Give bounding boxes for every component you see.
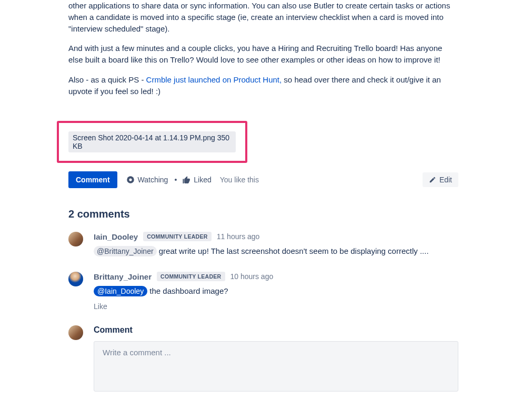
comment-author[interactable]: Brittany_Joiner [94,272,152,281]
avatar[interactable] [68,272,83,286]
eye-icon [126,175,135,184]
comment-body-text: the dashboard image? [147,286,228,295]
watching-toggle[interactable]: Watching [126,175,168,184]
post-paragraph: Also - as a quick PS - Crmble just launc… [68,74,458,97]
liked-label: Liked [194,176,211,184]
comments-count-header: 2 comments [68,208,458,220]
comment-button[interactable]: Comment [68,171,117,188]
comment-body-text: great write up! The last screenshot does… [157,246,429,255]
user-mention[interactable]: @Iain_Dooley [94,286,147,296]
user-mention[interactable]: @Brittany_Joiner [94,246,157,256]
role-badge: COMMUNITY LEADER [143,232,211,241]
avatar[interactable] [68,325,83,340]
attachment-file[interactable]: Screen Shot 2020-04-14 at 1.14.19 PM.png… [68,131,236,152]
role-badge: COMMUNITY LEADER [157,272,225,281]
comment-item: Iain_Dooley COMMUNITY LEADER 11 hours ag… [68,232,458,257]
action-bar: Comment Watching • Liked You like this E… [68,171,458,188]
comment-form-title: Comment [94,325,458,335]
comment-timestamp: 11 hours ago [217,232,260,241]
comment-text: @Iain_Dooley the dashboard image? [94,285,458,297]
comment-form: Comment [68,325,458,393]
separator-dot: • [174,176,177,184]
product-hunt-link[interactable]: Crmble just launched on Product Hunt, [146,75,282,84]
attachment-highlight-box: Screen Shot 2020-04-14 at 1.14.19 PM.png… [57,121,247,163]
like-link[interactable]: Like [94,302,107,311]
text-prefix: Also - as a quick PS - [68,75,146,84]
pencil-icon [429,176,436,183]
avatar[interactable] [68,232,83,246]
edit-label: Edit [439,176,452,184]
liked-toggle[interactable]: Liked [182,176,211,184]
thumbs-up-icon [182,176,191,184]
edit-button[interactable]: Edit [423,172,458,187]
comment-author[interactable]: Iain_Dooley [94,232,138,241]
you-like-text: You like this [220,176,259,184]
comment-text: @Brittany_Joiner great write up! The las… [94,245,458,257]
svg-point-1 [129,179,132,181]
comment-item: Brittany_Joiner COMMUNITY LEADER 10 hour… [68,272,458,311]
watching-label: Watching [138,176,168,184]
comment-timestamp: 10 hours ago [230,272,274,281]
comment-input[interactable] [94,341,458,392]
post-paragraph: other applications to share data or sync… [68,0,458,34]
post-paragraph: And with just a few minutes and a couple… [68,43,458,66]
